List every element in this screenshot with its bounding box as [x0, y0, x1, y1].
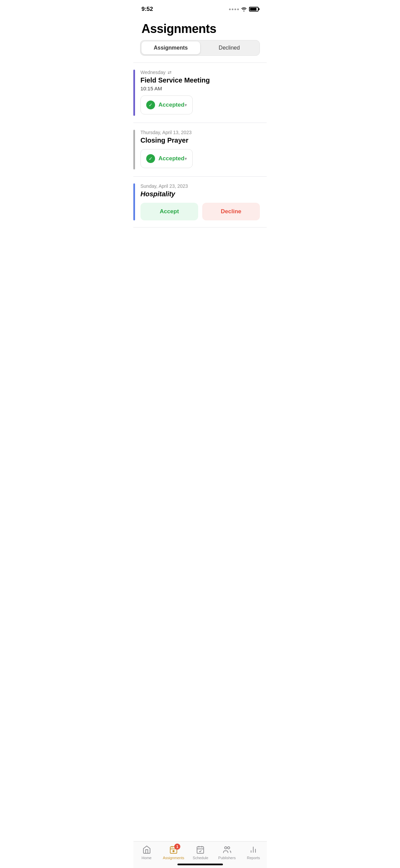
card-title: Field Service Meeting — [140, 76, 260, 84]
tab-assignments[interactable]: Assignments — [141, 41, 200, 54]
status-bar: 9:52 — [133, 0, 267, 16]
status-icons — [229, 7, 259, 12]
status-label: Accepted — [158, 102, 185, 108]
status-button[interactable]: ✓ Accepted ▾ — [140, 95, 193, 114]
card-accent — [133, 183, 135, 220]
action-buttons: Accept Decline — [140, 203, 260, 220]
wifi-icon — [241, 7, 247, 12]
card-title: Hospitality — [140, 190, 260, 198]
assignment-card: Wednesday ⇄ Field Service Meeting 10:15 … — [133, 63, 267, 123]
chevron-down-icon: ▾ — [185, 102, 187, 108]
accept-button[interactable]: Accept — [140, 203, 198, 220]
assignment-card: Thursday, April 13, 2023 Closing Prayer … — [133, 123, 267, 177]
card-content: Sunday, April 23, 2023 Hospitality Accep… — [140, 183, 260, 220]
assignment-card: Sunday, April 23, 2023 Hospitality Accep… — [133, 177, 267, 228]
card-date: Thursday, April 13, 2023 — [140, 130, 260, 135]
card-content: Thursday, April 13, 2023 Closing Prayer … — [140, 130, 260, 169]
check-circle-icon: ✓ — [146, 154, 155, 163]
battery-icon — [249, 7, 259, 12]
card-date: Sunday, April 23, 2023 — [140, 183, 260, 189]
decline-button[interactable]: Decline — [202, 203, 260, 220]
tab-declined[interactable]: Declined — [200, 41, 259, 54]
status-label: Accepted — [158, 155, 185, 162]
page-title: Assignments — [133, 16, 267, 40]
assignments-list: Wednesday ⇄ Field Service Meeting 10:15 … — [133, 63, 267, 228]
card-accent — [133, 70, 135, 116]
card-time: 10:15 AM — [140, 86, 260, 91]
chevron-down-icon: ▾ — [185, 156, 187, 161]
status-button[interactable]: ✓ Accepted ▾ — [140, 149, 193, 168]
status-time: 9:52 — [141, 6, 153, 13]
card-content: Wednesday ⇄ Field Service Meeting 10:15 … — [140, 70, 260, 116]
card-date: Wednesday ⇄ — [140, 70, 260, 75]
signal-icon — [229, 8, 239, 10]
card-title: Closing Prayer — [140, 137, 260, 144]
check-circle-icon: ✓ — [146, 101, 155, 109]
tab-switcher: Assignments Declined — [140, 40, 260, 56]
card-accent — [133, 130, 135, 169]
repeat-icon: ⇄ — [168, 70, 172, 75]
